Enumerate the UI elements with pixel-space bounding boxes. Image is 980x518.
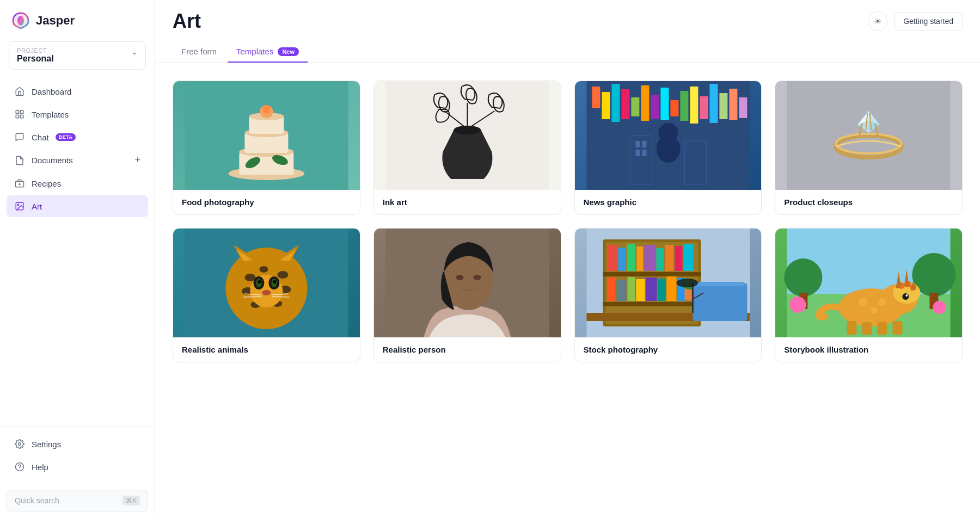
card-realistic-animals[interactable]: Realistic animals xyxy=(173,228,360,362)
sun-icon: ☀ xyxy=(874,16,881,27)
sidebar-item-documents[interactable]: Documents + xyxy=(7,149,148,171)
svg-rect-53 xyxy=(635,150,640,156)
tab-templates[interactable]: Templates New xyxy=(228,41,308,63)
recipe-icon xyxy=(14,178,25,189)
top-bar: Art ☀ Getting started xyxy=(155,0,980,33)
svg-rect-112 xyxy=(683,244,693,271)
grid-icon xyxy=(14,109,25,120)
templates-label: Templates xyxy=(32,110,69,119)
food-photography-label: Food photography xyxy=(173,190,360,214)
svg-rect-125 xyxy=(693,283,747,321)
sidebar-item-dashboard[interactable]: Dashboard xyxy=(7,81,148,102)
food-photography-image xyxy=(173,81,360,190)
product-closeups-image xyxy=(775,81,962,190)
svg-rect-42 xyxy=(690,87,698,124)
card-food-photography[interactable]: Food photography xyxy=(173,81,360,215)
sidebar-item-art[interactable]: Art xyxy=(7,195,148,217)
svg-rect-3 xyxy=(21,110,23,113)
svg-point-96 xyxy=(456,275,463,280)
realistic-person-image xyxy=(374,229,561,337)
top-bar-right: ☀ Getting started xyxy=(868,11,963,31)
svg-point-23 xyxy=(262,105,271,114)
svg-point-84 xyxy=(262,290,271,295)
svg-rect-47 xyxy=(739,97,747,118)
svg-rect-153 xyxy=(893,321,903,335)
svg-rect-116 xyxy=(636,279,645,301)
svg-rect-114 xyxy=(616,280,626,301)
svg-point-72 xyxy=(259,266,268,273)
svg-rect-118 xyxy=(658,279,665,301)
sidebar-item-recipes[interactable]: Recipes xyxy=(7,172,148,194)
dashboard-label: Dashboard xyxy=(32,87,71,96)
project-selector[interactable]: PROJECT Personal ⌃ xyxy=(9,41,146,70)
tab-free-form[interactable]: Free form xyxy=(173,41,225,63)
svg-point-71 xyxy=(277,271,288,279)
doc-icon xyxy=(14,155,25,166)
svg-rect-36 xyxy=(631,97,639,116)
jasper-logo-icon xyxy=(11,11,30,30)
svg-rect-106 xyxy=(627,244,635,271)
beta-badge: BETA xyxy=(56,133,76,141)
sidebar-item-templates[interactable]: Templates xyxy=(7,103,148,125)
product-closeups-label: Product closeups xyxy=(775,190,962,214)
card-storybook-illustration[interactable]: Storybook illustration xyxy=(775,228,963,362)
card-ink-art[interactable]: Ink art xyxy=(373,81,561,215)
quick-search[interactable]: Quick search ⌘K xyxy=(7,490,148,511)
card-realistic-person[interactable]: Realistic person xyxy=(373,228,561,362)
svg-rect-111 xyxy=(675,246,682,271)
storybook-illustration-label: Storybook illustration xyxy=(775,337,962,362)
svg-point-155 xyxy=(871,307,878,313)
svg-rect-45 xyxy=(719,93,727,119)
svg-point-128 xyxy=(676,279,698,287)
svg-rect-2 xyxy=(16,110,19,113)
svg-point-154 xyxy=(859,298,868,306)
main-content: Art ☀ Getting started Free form Template… xyxy=(155,0,980,518)
logo[interactable]: Jasper xyxy=(0,0,155,36)
ink-art-label: Ink art xyxy=(374,190,561,214)
quick-search-placeholder: Quick search xyxy=(15,496,59,505)
stock-photography-image xyxy=(575,229,762,337)
new-badge: New xyxy=(278,47,299,56)
ink-art-image xyxy=(374,81,561,190)
page-title: Art xyxy=(173,10,201,33)
svg-rect-46 xyxy=(729,89,737,120)
art-icon xyxy=(14,201,25,212)
realistic-person-label: Realistic person xyxy=(374,337,561,362)
svg-point-133 xyxy=(785,258,823,297)
add-document-button[interactable]: + xyxy=(134,155,140,166)
card-stock-photography[interactable]: Stock photography xyxy=(574,228,762,362)
tab-templates-label: Templates xyxy=(236,47,273,56)
settings-label: Settings xyxy=(32,440,61,449)
svg-rect-52 xyxy=(642,141,646,147)
card-news-graphic[interactable]: News graphic xyxy=(574,81,762,215)
cards-grid: Food photography xyxy=(173,81,963,362)
sidebar-item-settings[interactable]: Settings xyxy=(7,433,148,455)
svg-rect-35 xyxy=(621,89,629,119)
getting-started-button[interactable]: Getting started xyxy=(894,12,963,30)
quick-search-shortcut: ⌘K xyxy=(122,496,140,505)
svg-rect-115 xyxy=(627,277,635,301)
sidebar-item-help[interactable]: Help xyxy=(7,456,148,478)
svg-point-156 xyxy=(879,298,886,306)
recipes-label: Recipes xyxy=(32,179,61,188)
svg-rect-39 xyxy=(660,88,669,120)
sidebar-item-chat[interactable]: Chat BETA xyxy=(7,126,148,148)
stock-photography-label: Stock photography xyxy=(575,337,762,362)
svg-point-138 xyxy=(933,301,946,314)
svg-rect-51 xyxy=(635,141,640,147)
card-product-closeups[interactable]: Product closeups xyxy=(775,81,963,215)
chevron-icon: ⌃ xyxy=(131,51,138,60)
svg-rect-104 xyxy=(607,245,617,271)
svg-rect-4 xyxy=(21,115,23,118)
svg-point-97 xyxy=(473,275,481,280)
svg-line-88 xyxy=(272,297,289,297)
svg-rect-32 xyxy=(592,87,600,108)
svg-rect-119 xyxy=(666,276,676,301)
svg-rect-43 xyxy=(700,96,708,119)
main-nav: Dashboard Templates Chat BETA xyxy=(0,75,155,426)
theme-toggle-button[interactable]: ☀ xyxy=(868,11,887,31)
storybook-illustration-image xyxy=(775,229,962,337)
svg-rect-33 xyxy=(602,92,610,119)
svg-rect-108 xyxy=(644,245,655,271)
svg-rect-152 xyxy=(878,322,887,335)
